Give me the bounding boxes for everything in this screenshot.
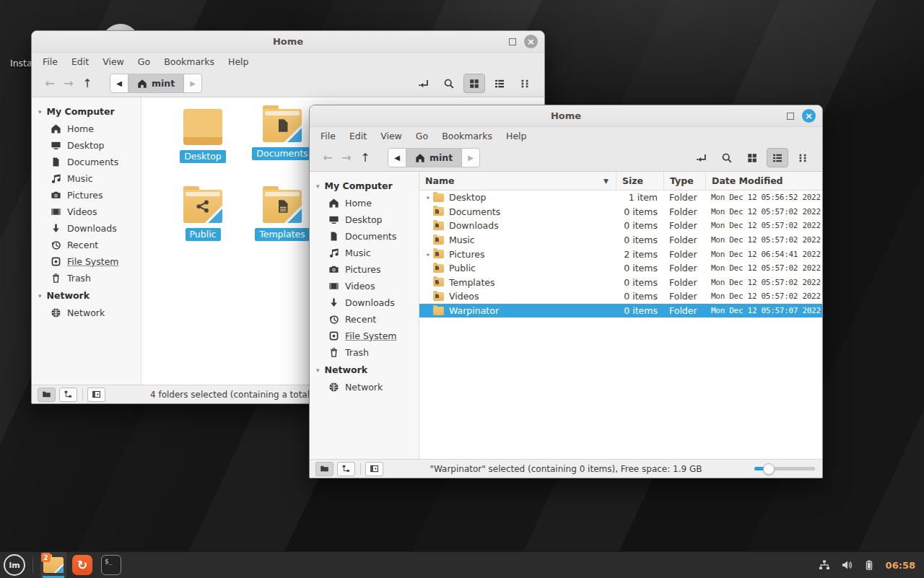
up-button[interactable]: ↑	[78, 74, 97, 93]
show-places-button[interactable]	[315, 462, 334, 476]
sidebar-item-downloads[interactable]: Downloads	[32, 220, 141, 237]
menu-bookmarks[interactable]: Bookmarks	[442, 131, 492, 141]
menu-help[interactable]: Help	[506, 131, 527, 141]
location-entry-toggle-button[interactable]	[691, 148, 712, 167]
search-button[interactable]	[716, 148, 738, 167]
sidebar-item-pictures[interactable]: Pictures	[310, 261, 419, 278]
sidebar-item-downloads[interactable]: Downloads	[310, 294, 419, 311]
file-row-templates[interactable]: Templates0 itemsFolderMon Dec 12 05:57:0…	[419, 276, 822, 290]
breadcrumb-current-location[interactable]: mint	[128, 74, 184, 92]
sidebar-item-pictures[interactable]: Pictures	[32, 187, 141, 203]
menu-go[interactable]: Go	[416, 131, 428, 141]
sidebar-item-home[interactable]: Home	[32, 121, 141, 137]
sidebar-item-music[interactable]: Music	[310, 245, 419, 261]
column-header-name[interactable]: Name ▼	[419, 175, 616, 186]
menu-bookmarks[interactable]: Bookmarks	[164, 56, 214, 67]
taskbar-orange-refresh-app[interactable]: ↻	[69, 552, 95, 578]
menu-edit[interactable]: Edit	[71, 56, 89, 67]
back-button[interactable]: ←	[318, 149, 337, 167]
toggle-sidebar-button[interactable]	[87, 387, 105, 402]
sidebar-item-network[interactable]: Network	[32, 305, 141, 321]
maximize-button[interactable]	[509, 38, 516, 45]
breadcrumb-left-arrow[interactable]: ◀	[110, 74, 128, 92]
zoom-slider-knob[interactable]	[763, 463, 775, 475]
show-places-button[interactable]	[38, 387, 56, 402]
file-row-public[interactable]: Public0 itemsFolderMon Dec 12 05:57:02 2…	[419, 261, 822, 276]
file-row-downloads[interactable]: Downloads0 itemsFolderMon Dec 12 05:57:0…	[419, 219, 822, 233]
show-treeview-button[interactable]	[59, 387, 77, 402]
zoom-slider[interactable]	[754, 463, 815, 475]
sidebar-item-documents[interactable]: Documents	[32, 154, 141, 170]
icon-view-button[interactable]	[463, 74, 485, 93]
column-header-size[interactable]: Size	[616, 172, 663, 190]
sidebar-item-desktop[interactable]: Desktop	[310, 211, 419, 228]
sidebar-section-network[interactable]: ▾Network	[32, 286, 141, 305]
file-row-documents[interactable]: Documents0 itemsFolderMon Dec 12 05:57:0…	[419, 205, 822, 219]
desktop-install-icon-label[interactable]: Insta	[10, 58, 32, 69]
sidebar-item-videos[interactable]: Videos	[32, 203, 141, 220]
compact-view-button[interactable]	[792, 148, 814, 167]
sidebar-item-trash[interactable]: Trash	[310, 344, 419, 361]
desktop-folder-public[interactable]: Public	[163, 190, 243, 271]
icon-view-button[interactable]	[741, 148, 763, 167]
mint-menu-button[interactable]: lm	[4, 554, 25, 576]
close-button[interactable]: ×	[802, 109, 816, 123]
sidebar-item-desktop[interactable]: Desktop	[32, 137, 141, 154]
list-view-button[interactable]	[489, 74, 510, 93]
menu-view[interactable]: View	[380, 131, 402, 141]
menu-edit[interactable]: Edit	[349, 131, 367, 141]
search-button[interactable]	[438, 74, 460, 93]
menu-go[interactable]: Go	[138, 56, 150, 67]
taskbar-files-app[interactable]: 2	[40, 552, 66, 578]
breadcrumb-right-arrow[interactable]: ▶	[462, 149, 479, 167]
sidebar-item-network[interactable]: Network	[310, 379, 419, 395]
expander-icon[interactable]: ▸	[424, 194, 433, 201]
column-header-type[interactable]: Type	[663, 172, 705, 190]
file-row-warpinator[interactable]: Warpinator0 itemsFolderMon Dec 12 05:57:…	[419, 304, 822, 318]
battery-tray-icon[interactable]	[863, 559, 875, 571]
up-button[interactable]: ↑	[356, 149, 375, 167]
volume-tray-icon[interactable]	[841, 559, 853, 571]
location-entry-toggle-button[interactable]	[413, 74, 435, 93]
breadcrumb-right-arrow[interactable]: ▶	[184, 74, 201, 92]
forward-button[interactable]: →	[337, 149, 356, 167]
sidebar-item-trash[interactable]: Trash	[32, 270, 141, 286]
clock[interactable]: 06:58	[886, 560, 915, 571]
sidebar-item-recent[interactable]: Recent	[32, 237, 141, 253]
sidebar-item-music[interactable]: Music	[32, 170, 141, 187]
network-tray-icon[interactable]	[819, 559, 830, 571]
desktop-folder-desktop[interactable]: Desktop	[163, 109, 243, 190]
sidebar-item-file-system[interactable]: File System	[32, 253, 141, 270]
sidebar-item-videos[interactable]: Videos	[310, 278, 419, 294]
titlebar[interactable]: Home ×	[310, 105, 822, 127]
breadcrumb-left-arrow[interactable]: ◀	[388, 149, 406, 167]
back-button[interactable]: ←	[40, 74, 59, 93]
sidebar-section-my-computer[interactable]: ▾My Computer	[310, 177, 419, 195]
menu-file[interactable]: File	[43, 56, 58, 67]
list-view-button[interactable]	[767, 148, 788, 167]
sidebar-section-network[interactable]: ▾Network	[310, 361, 419, 379]
menu-view[interactable]: View	[103, 56, 124, 67]
sidebar-item-file-system[interactable]: File System	[310, 328, 419, 344]
compact-view-button[interactable]	[514, 74, 536, 93]
taskbar-terminal-app[interactable]: $_	[98, 552, 124, 578]
titlebar[interactable]: Home ×	[32, 31, 544, 53]
close-button[interactable]: ×	[524, 35, 538, 48]
sidebar-section-my-computer[interactable]: ▾My Computer	[32, 102, 141, 121]
maximize-button[interactable]	[787, 113, 794, 120]
menu-file[interactable]: File	[321, 131, 336, 141]
toggle-sidebar-button[interactable]	[365, 462, 383, 476]
show-treeview-button[interactable]	[337, 462, 355, 476]
file-row-videos[interactable]: Videos0 itemsFolderMon Dec 12 05:57:02 2…	[419, 289, 822, 304]
forward-button[interactable]: →	[59, 74, 78, 93]
file-row-desktop[interactable]: ▸Desktop1 itemFolderMon Dec 12 05:56:52 …	[419, 191, 822, 205]
sidebar-item-home[interactable]: Home	[310, 195, 419, 211]
file-row-music[interactable]: Music0 itemsFolderMon Dec 12 05:57:02 20…	[419, 233, 822, 248]
file-row-pictures[interactable]: ▸Pictures2 itemsFolderMon Dec 12 06:54:4…	[419, 247, 822, 261]
sidebar-item-recent[interactable]: Recent	[310, 311, 419, 328]
sidebar-item-documents[interactable]: Documents	[310, 228, 419, 245]
menu-help[interactable]: Help	[228, 56, 249, 67]
expander-icon[interactable]: ▸	[424, 251, 433, 258]
breadcrumb-current-location[interactable]: mint	[406, 149, 462, 167]
column-header-date-modified[interactable]: Date Modified	[705, 172, 822, 190]
